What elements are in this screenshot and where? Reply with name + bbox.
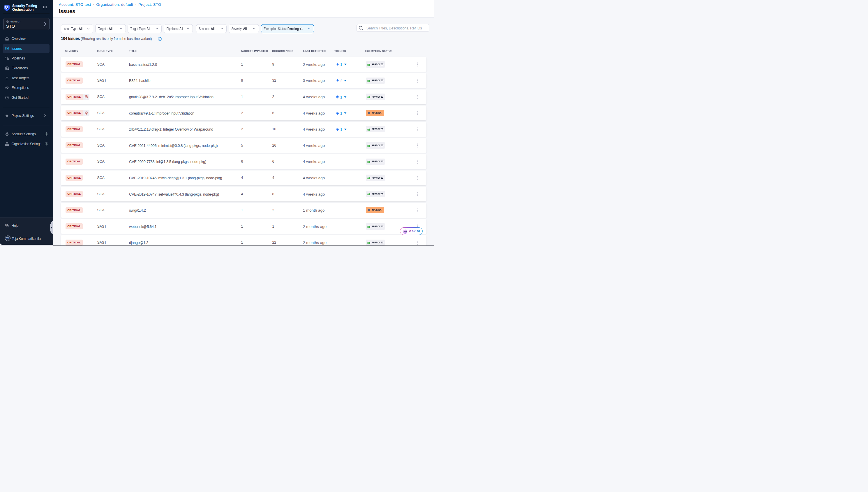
- svg-text:?: ?: [6, 224, 7, 226]
